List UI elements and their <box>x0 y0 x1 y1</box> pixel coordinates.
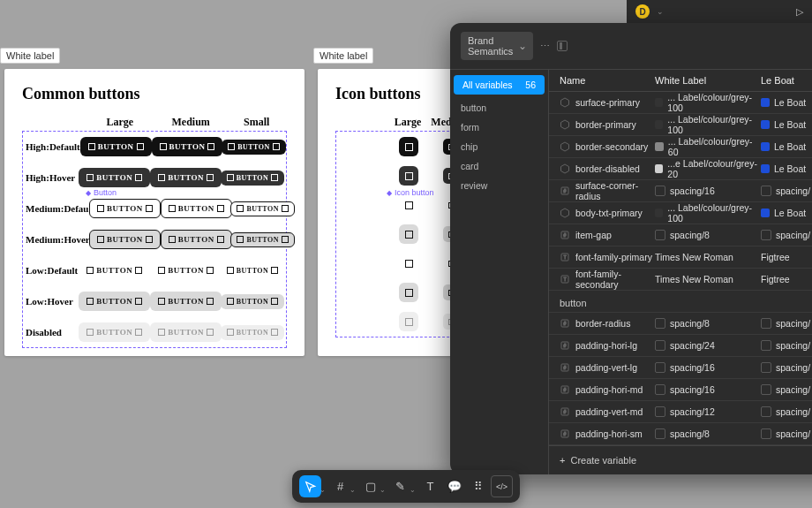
value-cell[interactable]: Times New Roman <box>655 274 761 284</box>
value-cell[interactable]: spacing/8 <box>655 428 761 439</box>
value-cell[interactable]: spacing/16 <box>655 186 761 196</box>
value-cell[interactable]: spacing/ <box>761 384 812 395</box>
devmode-tool[interactable]: </> <box>491 475 513 497</box>
text-tool[interactable]: T <box>419 475 441 497</box>
button-sample[interactable]: BUTTON <box>150 292 222 311</box>
variable-row[interactable]: border-primary... Label/colour/grey-100L… <box>549 114 812 136</box>
button-sample[interactable]: BUTTON <box>150 168 222 187</box>
bottom-toolbar[interactable]: ⌄ #⌄ ▢⌄ ✎⌄ T 💬 ⠿ </> <box>292 470 520 503</box>
icon-button-sample[interactable] <box>399 254 418 273</box>
variable-row[interactable]: #padding-vert-lgspacing/16spacing/ <box>549 357 812 379</box>
frame-tool[interactable]: # <box>329 475 351 497</box>
button-sample[interactable]: BUTTON <box>79 292 150 311</box>
button-sample[interactable]: BUTTON <box>79 261 150 280</box>
value-cell[interactable]: Le Boat <box>761 163 812 174</box>
variable-row[interactable]: border-disabled...e Label/colour/grey-20… <box>549 158 812 180</box>
button-sample[interactable]: BUTTON <box>80 137 152 156</box>
sidebar-item-form[interactable]: form <box>450 118 548 137</box>
create-variable-button[interactable]: + Create variable <box>549 445 812 474</box>
variable-row[interactable]: border-secondary... Label/colour/grey-60… <box>549 136 812 158</box>
variable-row[interactable]: body-txt-primary... Label/colour/grey-10… <box>549 202 812 224</box>
value-cell[interactable]: ... Label/colour/grey-100 <box>655 114 761 135</box>
button-sample[interactable]: BUTTON <box>221 171 285 186</box>
value-cell[interactable]: Le Boat <box>761 141 812 152</box>
button-sample[interactable]: BUTTON <box>79 322 150 342</box>
button-sample[interactable]: BUTTON <box>161 199 232 218</box>
button-sample[interactable]: BUTTON <box>221 325 285 340</box>
value-cell[interactable]: spacing/16 <box>655 384 761 395</box>
pen-tool[interactable]: ✎ <box>389 475 411 497</box>
button-grid[interactable]: High:DefaultBUTTONBUTTONBUTTONHigh:Hover… <box>22 131 287 348</box>
button-sample[interactable]: BUTTON <box>89 230 161 249</box>
value-cell[interactable]: Times New Roman <box>655 252 761 262</box>
value-cell[interactable]: spacing/12 <box>655 406 761 417</box>
value-cell[interactable]: spacing/24 <box>655 340 761 351</box>
sidebar-item-chip[interactable]: chip <box>450 137 548 156</box>
value-cell[interactable]: Figtree <box>761 274 812 284</box>
value-cell[interactable]: Figtree <box>761 252 812 262</box>
variable-row[interactable]: #surface-corner-radiusspacing/16spacing/ <box>549 180 812 202</box>
value-cell[interactable]: Le Boat <box>761 208 812 218</box>
button-sample[interactable]: BUTTON <box>89 199 161 218</box>
sidebar-item-button[interactable]: button <box>450 98 548 118</box>
value-cell[interactable]: spacing/ <box>761 318 812 329</box>
value-cell[interactable]: spacing/8 <box>655 318 761 329</box>
icon-button-sample[interactable] <box>399 283 418 302</box>
variable-row[interactable]: #padding-hori-smspacing/8spacing/ <box>549 423 812 445</box>
icon-button-sample[interactable] <box>399 312 418 331</box>
actions-tool[interactable]: ⠿ <box>467 475 489 497</box>
button-sample[interactable]: BUTTON <box>79 168 150 187</box>
sidebar-item-all[interactable]: All variables56 <box>454 75 545 95</box>
button-sample[interactable]: BUTTON <box>230 201 295 216</box>
frame-common-buttons[interactable]: White label Common buttons Large Medium … <box>4 69 304 356</box>
frame-label[interactable]: White label <box>0 48 60 64</box>
value-cell[interactable]: ... Label/colour/grey-100 <box>655 92 761 113</box>
move-tool[interactable] <box>299 475 321 497</box>
value-cell[interactable]: ...e Label/colour/grey-20 <box>655 158 761 179</box>
value-cell[interactable]: spacing/ <box>761 186 812 196</box>
chevron-down-icon[interactable]: ⌄ <box>657 7 664 16</box>
value-cell[interactable]: ... Label/colour/grey-100 <box>655 202 761 224</box>
value-cell[interactable]: spacing/8 <box>655 230 761 240</box>
value-cell[interactable]: spacing/ <box>761 428 812 439</box>
sidebar-toggle-icon[interactable] <box>557 41 568 51</box>
collection-select[interactable]: Brand Semantics <box>461 32 533 60</box>
variables-panel[interactable]: Brand Semantics ⋯ All variables56 button… <box>450 23 812 474</box>
value-cell[interactable]: spacing/ <box>761 362 812 373</box>
button-sample[interactable]: BUTTON <box>222 140 286 155</box>
button-sample[interactable]: BUTTON <box>221 263 285 278</box>
icon-button-sample[interactable] <box>399 224 418 244</box>
icon-button-sample[interactable] <box>399 195 418 215</box>
avatar[interactable]: D <box>635 4 650 19</box>
play-icon[interactable]: ▷ <box>796 6 803 18</box>
button-sample[interactable]: BUTTON <box>221 294 285 309</box>
variable-row[interactable]: Tfont-family-secondaryTimes New RomanFig… <box>549 269 812 291</box>
button-sample[interactable]: BUTTON <box>161 230 232 249</box>
more-icon[interactable]: ⋯ <box>540 41 550 52</box>
frame-label[interactable]: White label <box>313 48 373 64</box>
value-cell[interactable]: spacing/ <box>761 340 812 351</box>
variable-row[interactable]: Tfont-family-primaryTimes New RomanFigtr… <box>549 246 812 269</box>
value-cell[interactable]: spacing/16 <box>655 362 761 373</box>
icon-button-sample[interactable] <box>399 166 418 186</box>
variable-row[interactable]: #padding-vert-mdspacing/12spacing/ <box>549 401 812 423</box>
button-sample[interactable]: BUTTON <box>150 322 222 342</box>
value-cell[interactable]: spacing/ <box>761 406 812 417</box>
variable-row[interactable]: #padding-hori-mdspacing/16spacing/ <box>549 379 812 401</box>
variable-row[interactable]: #border-radiusspacing/8spacing/ <box>549 313 812 335</box>
sidebar-item-card[interactable]: card <box>450 156 548 176</box>
comment-tool[interactable]: 💬 <box>443 475 465 497</box>
value-cell[interactable]: ... Label/colour/grey-60 <box>655 136 761 157</box>
value-cell[interactable]: Le Boat <box>761 97 812 108</box>
variable-row[interactable]: #padding-hori-lgspacing/24spacing/ <box>549 335 812 357</box>
value-cell[interactable]: Le Boat <box>761 119 812 130</box>
button-sample[interactable]: BUTTON <box>230 232 295 247</box>
value-cell[interactable]: spacing/ <box>761 230 812 240</box>
button-sample[interactable]: BUTTON <box>150 261 222 280</box>
button-sample[interactable]: BUTTON <box>152 137 223 156</box>
sidebar-item-review[interactable]: review <box>450 176 548 195</box>
variable-row[interactable]: #item-gapspacing/8spacing/ <box>549 224 812 246</box>
icon-button-sample[interactable] <box>399 137 418 156</box>
section-header[interactable]: button <box>549 291 812 313</box>
variable-row[interactable]: surface-primary... Label/colour/grey-100… <box>549 92 812 114</box>
